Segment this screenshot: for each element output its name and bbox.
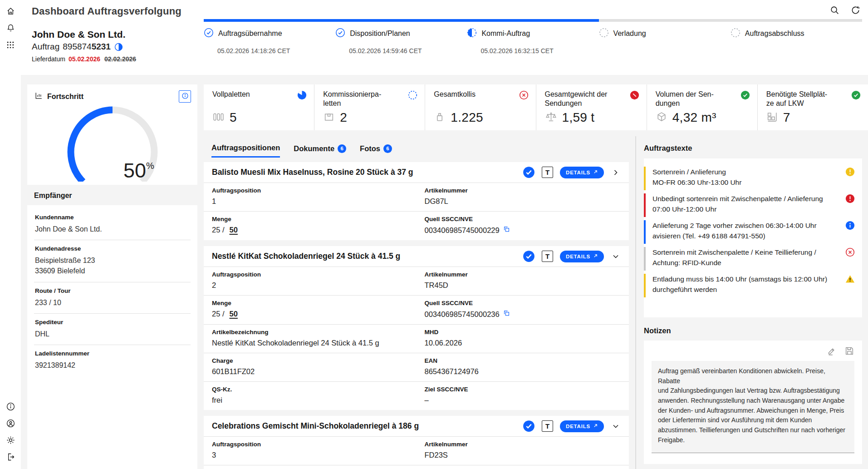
delivery-label: Lieferdatum xyxy=(32,55,65,63)
search-icon xyxy=(829,5,840,17)
item-details-button[interactable]: DETAILS xyxy=(560,251,604,262)
save-icon xyxy=(844,346,854,357)
step-kommi-auftrag: Kommi-Auftrag xyxy=(467,28,598,39)
order-item-2: Nestlé KitKat Schokoladenriegel 24 Stück… xyxy=(204,246,629,410)
page-header: Dashboard Auftragsverfolgung John Doe & … xyxy=(21,0,868,75)
stat-kommissionierpaletten: Kommissionierpa- letten 2 xyxy=(314,84,425,130)
save-note-button[interactable] xyxy=(844,346,854,357)
item-field-row: Auftragsposition 3 Artikelnummer FD23S xyxy=(204,437,629,465)
gauge-percent-sign: % xyxy=(146,161,154,171)
item-expand-chevron-right[interactable] xyxy=(611,168,621,178)
field-label: Ziel SSCC/NVE xyxy=(425,386,621,393)
refresh-button[interactable] xyxy=(849,5,862,17)
sscc-value: 003406985745000229 xyxy=(425,226,500,235)
note-severity-bar xyxy=(644,167,646,190)
item-status-check-button[interactable] xyxy=(523,250,535,262)
item-details-button[interactable]: DETAILS xyxy=(560,167,604,178)
field-label: Auftragsposition xyxy=(212,187,408,194)
step-label: Disposition/Planen xyxy=(350,30,410,38)
tab-auftragspositionen[interactable]: Auftragspositionen xyxy=(211,143,280,158)
field-value: FD23S xyxy=(425,451,621,459)
tab-fotos[interactable]: Fotos 6 xyxy=(360,143,392,158)
tab-count-badge: 6 xyxy=(383,144,392,153)
blocked-circle-icon xyxy=(630,90,639,102)
item-texts-button[interactable]: T xyxy=(542,167,553,178)
field-value: John Doe & Son Ltd. xyxy=(35,224,190,234)
pencil-icon xyxy=(827,346,837,357)
copy-button[interactable] xyxy=(503,310,510,319)
item-texts-button[interactable]: T xyxy=(542,420,553,432)
field-value: DHL xyxy=(35,329,190,339)
field-value: 3921389142 xyxy=(35,360,190,370)
note-text: Sortenrein / Anlieferung MO-FR 06:30 Uhr… xyxy=(652,167,840,188)
order-number-line: Auftrag 895874 5231 xyxy=(32,42,123,52)
note-text: Sortenrein mit Zwischenpalette / Keine T… xyxy=(652,247,840,268)
stepper-steps: Auftragsübernahme Disposition/Planen Kom… xyxy=(204,28,862,39)
field-label: Quell SSCC/NVE xyxy=(425,216,621,222)
logout-button[interactable] xyxy=(0,449,21,466)
item-status-check-button[interactable] xyxy=(523,166,535,178)
notes-toolbar xyxy=(644,341,862,361)
field-value: Beispielstraße 123 33609 Bielefeld xyxy=(35,255,190,276)
progress-card-title: Fortschritt xyxy=(47,93,175,101)
item-field-row: Charge 601B11FZ02 EAN 8654367124976 xyxy=(204,353,629,382)
item-field-row: Artikelbezeichnung Nestlé KitKat Schokol… xyxy=(204,325,629,353)
field-label: Menge xyxy=(212,216,408,222)
stat-label: Gesamtgewicht der Sendungen xyxy=(545,90,626,108)
field-menge: Menge 25 /50 xyxy=(204,212,417,240)
stepper-track xyxy=(204,19,862,22)
field-label: Kundenname xyxy=(35,214,190,221)
settings-button[interactable] xyxy=(0,433,21,449)
success-check-icon xyxy=(740,90,750,102)
field-label: Charge xyxy=(212,357,408,364)
chart-icon xyxy=(34,91,43,102)
item-title: Nestlé KitKat Schokoladenriegel 24 Stück… xyxy=(212,252,523,261)
step-disposition: Disposition/Planen xyxy=(335,28,467,39)
notes-card: Auftrag gemäß vereinbarten Konditionen a… xyxy=(644,341,862,464)
item-field-row: Menge 40 /60 Quell SSCC/NVE 003406985745… xyxy=(204,465,629,469)
package-icon xyxy=(434,111,446,124)
step-pending-dashed-icon xyxy=(731,28,740,39)
field-value: 1 xyxy=(212,197,408,206)
item-details-button[interactable]: DETAILS xyxy=(560,420,604,432)
copy-button[interactable] xyxy=(503,226,510,235)
stat-label: Vollpaletten xyxy=(212,90,294,99)
details-label: DETAILS xyxy=(566,170,590,175)
search-button[interactable] xyxy=(828,5,841,17)
home-button[interactable] xyxy=(0,4,21,20)
copy-icon xyxy=(503,226,510,235)
tab-dokumente[interactable]: Dokumente 6 xyxy=(294,143,346,158)
notes-textarea[interactable]: Auftrag gemäß vereinbarten Konditionen a… xyxy=(652,361,854,453)
item-collapse-chevron-down[interactable] xyxy=(611,252,621,262)
step-auftragsuebernahme: Auftragsübernahme xyxy=(204,28,335,39)
app-switcher-button[interactable] xyxy=(0,37,21,54)
item-collapse-chevron-down[interactable] xyxy=(611,421,621,431)
info-circle-icon xyxy=(6,402,15,413)
half-filled-circle-icon xyxy=(114,43,123,51)
profile-button[interactable] xyxy=(0,416,21,433)
field-value: 8654367124976 xyxy=(425,367,621,376)
item-field-row: Auftragsposition 2 Artikelnummer TR45D xyxy=(204,267,629,296)
stat-label: Kommissionierpa- letten xyxy=(323,90,404,108)
field-value: 25 /50 xyxy=(212,226,408,234)
logout-icon xyxy=(6,452,15,464)
field-quell-sscc: Quell SSCC/NVE 003406985745000236 xyxy=(417,296,629,324)
scrollbar-track[interactable] xyxy=(635,136,636,469)
item-status-check-button[interactable] xyxy=(523,420,535,432)
progress-info-button[interactable] xyxy=(179,90,191,103)
item-texts-button[interactable]: T xyxy=(542,251,553,262)
tab-label: Fotos xyxy=(360,144,380,153)
home-icon xyxy=(6,6,15,18)
progress-card-header: Fortschritt xyxy=(27,84,197,103)
step-timestamp xyxy=(731,47,862,54)
arrow-up-right-icon xyxy=(593,253,598,259)
field-mhd: MHD 10.06.2026 xyxy=(417,325,629,353)
edit-note-button[interactable] xyxy=(827,346,837,357)
order-number-bold: 5231 xyxy=(92,42,111,52)
notifications-button[interactable] xyxy=(0,20,21,37)
note-text: Unbedingt sortenrein mit Zwischenpalette… xyxy=(652,193,840,215)
stat-label: Benötigte Stellplät- ze auf LKW xyxy=(766,90,848,108)
field-ean: EAN 8654367124976 xyxy=(417,353,629,381)
info-button[interactable] xyxy=(0,399,21,416)
stat-value: 4,32 m³ xyxy=(672,110,716,125)
